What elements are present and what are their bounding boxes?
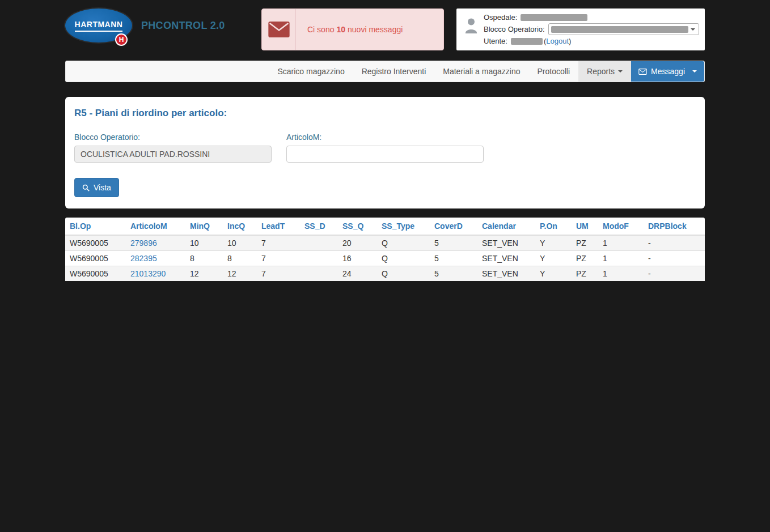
vista-button[interactable]: Vista: [74, 178, 119, 197]
messages-alert: Ci sono 10 nuovi messaggi: [261, 8, 444, 50]
column-header-ss-q[interactable]: SS_Q: [338, 218, 377, 235]
blocco-operatorio-field: [74, 146, 272, 163]
main-navbar: Scarico magazzino Registro Interventi Ma…: [65, 61, 705, 82]
table-cell: [300, 266, 338, 282]
table-cell: Y: [535, 266, 572, 282]
app-title: PHCONTROL 2.0: [141, 20, 225, 32]
nav-item-scarico-magazzino[interactable]: Scarico magazzino: [269, 61, 353, 82]
column-header-articolom[interactable]: ArticoloM: [126, 218, 185, 235]
table-cell: SET_VEN: [477, 251, 535, 266]
table-cell: Y: [535, 251, 572, 266]
articolom-group: ArticoloM:: [286, 133, 484, 163]
blocco-operatorio-group: Blocco Operatorio:: [74, 133, 272, 163]
nav-item-reports[interactable]: Reports: [578, 61, 631, 82]
paren-close: ): [569, 37, 571, 45]
column-header-leadt[interactable]: LeadT: [257, 218, 300, 235]
table-cell: W5690005: [65, 266, 126, 282]
chevron-down-icon: [688, 28, 697, 31]
logo-text: HARTMANN: [75, 20, 123, 32]
search-icon: [82, 184, 90, 191]
alert-count: 10: [336, 25, 345, 34]
messaggi-dropdown-button[interactable]: Messaggi: [631, 61, 704, 82]
results-table: Bl.OpArticoloMMinQIncQLeadTSS_DSS_QSS_Ty…: [65, 218, 705, 281]
table-cell: [300, 235, 338, 251]
envelope-icon: [268, 22, 290, 37]
utente-line: Utente: (Logout): [484, 35, 699, 47]
column-header-ss-type[interactable]: SS_Type: [377, 218, 430, 235]
column-header-um[interactable]: UM: [572, 218, 598, 235]
column-header-incq[interactable]: IncQ: [223, 218, 257, 235]
article-link[interactable]: 279896: [130, 239, 157, 248]
blocco-label: Blocco Operatorio:: [484, 25, 545, 33]
hartmann-logo: HARTMANN H: [65, 8, 132, 42]
table-cell: Q: [377, 266, 430, 282]
table-cell: 21013290: [126, 266, 185, 282]
nav-item-protocolli[interactable]: Protocolli: [528, 61, 578, 82]
article-link[interactable]: 282395: [130, 254, 157, 263]
brand: HARTMANN H PHCONTROL 2.0: [65, 8, 261, 42]
table-cell: 20: [338, 235, 377, 251]
alert-suffix: nuovi messaggi: [348, 25, 403, 34]
nav-item-registro-interventi[interactable]: Registro Interventi: [353, 61, 435, 82]
nav-item-materiali-magazzino[interactable]: Materiali a magazzino: [434, 61, 528, 82]
column-header-calendar[interactable]: Calendar: [477, 218, 535, 235]
messaggi-label: Messaggi: [651, 67, 685, 76]
table-cell: W5690005: [65, 251, 126, 266]
column-header-drpblock[interactable]: DRPBlock: [644, 218, 705, 235]
table-cell: 12: [223, 266, 257, 282]
vista-label: Vista: [94, 183, 111, 192]
user-info-box: Ospedale: Blocco Operatorio: Utente: (Lo…: [456, 8, 705, 50]
table-cell: Y: [535, 235, 572, 251]
logo-badge-icon: H: [115, 33, 128, 46]
envelope-icon: [638, 69, 647, 75]
hospital-line: Ospedale:: [484, 11, 699, 23]
table-cell: 8: [223, 251, 257, 266]
table-cell: 282395: [126, 251, 185, 266]
articolom-field[interactable]: [286, 146, 484, 163]
table-cell: SET_VEN: [477, 235, 535, 251]
column-header-modof[interactable]: ModoF: [598, 218, 644, 235]
table-cell: 5: [430, 251, 477, 266]
table-cell: 16: [338, 251, 377, 266]
table-body: W56900052798961010720Q5SET_VENYPZ1-W5690…: [65, 235, 705, 281]
column-header-minq[interactable]: MinQ: [185, 218, 223, 235]
user-lines: Ospedale: Blocco Operatorio: Utente: (Lo…: [481, 11, 699, 48]
column-header-bl-op[interactable]: Bl.Op: [65, 218, 126, 235]
column-header-coverd[interactable]: CoverD: [430, 218, 477, 235]
report-form: Blocco Operatorio: ArticoloM:: [74, 133, 696, 163]
table-cell: Q: [377, 251, 430, 266]
table-cell: 8: [185, 251, 223, 266]
table-row: W569000528239588716Q5SET_VENYPZ1-: [65, 251, 705, 266]
table-cell: 7: [257, 235, 300, 251]
table-cell: 1: [598, 251, 644, 266]
table-cell: [300, 251, 338, 266]
page-container: HARTMANN H PHCONTROL 2.0 Ci sono 10 nuov…: [65, 0, 705, 281]
blocco-operatorio-select[interactable]: [548, 23, 699, 35]
table-cell: PZ: [572, 266, 598, 282]
table-cell: 1: [598, 266, 644, 282]
table-cell: 5: [430, 266, 477, 282]
page-title: R5 - Piani di riordino per articolo:: [74, 108, 696, 119]
table-cell: Q: [377, 235, 430, 251]
hospital-redacted-value: [521, 14, 587, 21]
person-icon: [464, 17, 479, 34]
column-header-p-on[interactable]: P.On: [535, 218, 572, 235]
table-cell: -: [644, 235, 705, 251]
chevron-down-icon: [618, 70, 623, 73]
nav-items: Scarico magazzino Registro Interventi Ma…: [269, 61, 631, 82]
table-cell: PZ: [572, 251, 598, 266]
table-cell: 279896: [126, 235, 185, 251]
table-head: Bl.OpArticoloMMinQIncQLeadTSS_DSS_QSS_Ty…: [65, 218, 705, 235]
alert-prefix: Ci sono: [307, 25, 334, 34]
logout-wrap: (Logout): [544, 37, 571, 45]
column-header-ss-d[interactable]: SS_D: [300, 218, 338, 235]
logout-link[interactable]: Logout: [546, 37, 569, 45]
alert-text: Ci sono 10 nuovi messaggi: [296, 9, 443, 50]
table-row: W56900052798961010720Q5SET_VENYPZ1-: [65, 235, 705, 251]
table-cell: 12: [185, 266, 223, 282]
table-cell: 10: [185, 235, 223, 251]
table-cell: 7: [257, 251, 300, 266]
table-header-row: Bl.OpArticoloMMinQIncQLeadTSS_DSS_QSS_Ty…: [65, 218, 705, 235]
reports-label: Reports: [587, 67, 615, 76]
article-link[interactable]: 21013290: [130, 269, 166, 278]
